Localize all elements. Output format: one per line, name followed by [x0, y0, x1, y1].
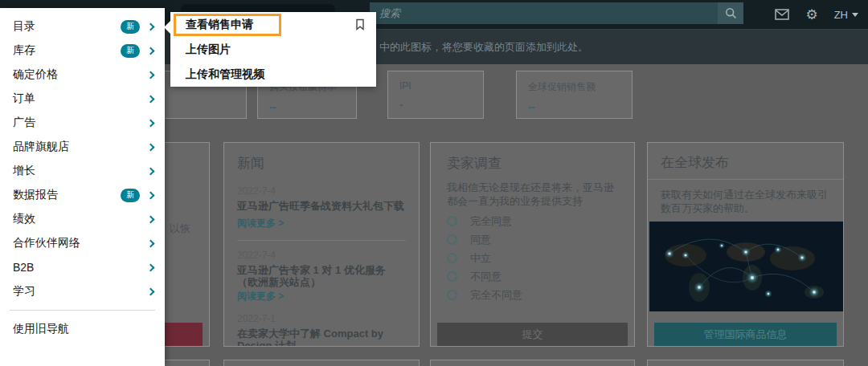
envelope-icon — [775, 9, 789, 20]
radio-label[interactable]: 完全同意 — [470, 214, 512, 229]
sidebar-item-partner-network[interactable]: 合作伙伴网络 — [0, 231, 165, 255]
new-badge: 新 — [121, 44, 140, 58]
messages-button[interactable] — [775, 9, 789, 20]
sidebar-item-label: 增长 — [13, 164, 148, 178]
chevron-right-icon — [147, 71, 155, 79]
settings-button[interactable]: ⚙ — [805, 8, 817, 22]
survey-option: 中立 — [447, 253, 618, 263]
old-navigation-link[interactable]: 使用旧导航 — [0, 311, 165, 348]
sidebar-item-catalog[interactable]: 目录 新 — [0, 14, 165, 39]
global-selling-title: 在全球发布 — [661, 153, 830, 172]
read-more-link[interactable]: 阅读更多 > — [237, 217, 284, 230]
kpi-label: 全球促销销售额 — [528, 80, 620, 94]
account-text-fragment: 以恢 — [170, 222, 190, 236]
chevron-right-icon — [147, 167, 155, 175]
sidebar-item-label: 广告 — [13, 116, 148, 130]
search-input[interactable] — [370, 2, 718, 24]
submenu-item-label: 查看销售申请 — [186, 18, 253, 32]
sidebar-item-stores[interactable]: 品牌旗舰店 — [0, 135, 165, 159]
main-menu-panel: 目录 新 库存 新 确定价格 订单 广告 品牌旗舰店 增长 — [0, 8, 165, 366]
kpi-card-global-promo-sales[interactable]: 全球促销销售额 -- — [516, 71, 633, 119]
news-card-title: 新闻 — [237, 154, 406, 173]
radio-label[interactable]: 同意 — [470, 233, 491, 247]
new-badge: 新 — [121, 20, 140, 34]
survey-option: 完全不同意 — [447, 290, 618, 300]
chevron-right-icon — [147, 215, 155, 223]
submenu-item-upload-images[interactable]: 上传图片 — [170, 37, 376, 62]
chevron-right-icon — [147, 119, 155, 127]
sidebar-item-label: 合作伙伴网络 — [13, 236, 148, 250]
sidebar-item-learning[interactable]: 学习 — [0, 279, 165, 303]
kpi-label: IPI — [399, 80, 472, 92]
sidebar-item-label: B2B — [13, 261, 148, 274]
seller-central-home: ⚙ ZH 中的此图标，将您要收藏的页面添加到此处。 购买按钮赢得率 -- IPI… — [0, 0, 868, 366]
kpi-value: -- — [269, 101, 345, 113]
sidebar-item-b2b[interactable]: B2B — [0, 255, 165, 279]
bookmark-banner-text: 中的此图标，将您要收藏的页面添加到此处。 — [379, 40, 588, 55]
radio-button[interactable] — [447, 290, 457, 300]
news-date: 2022-7-4 — [237, 185, 406, 197]
submit-button[interactable]: 提交 — [437, 323, 628, 346]
catalog-submenu-panel: 查看销售申请 上传图片 上传和管理视频 — [170, 12, 376, 87]
sidebar-item-advertising[interactable]: 广告 — [0, 111, 165, 135]
seller-survey-card: 卖家调查 我相信无论是现在还是将来，亚马逊都会一直为我的业务提供支持 完全同意 … — [430, 142, 635, 347]
radio-button[interactable] — [447, 253, 457, 263]
search-button[interactable] — [718, 2, 743, 24]
search-box — [370, 2, 718, 24]
submenu-item-label: 上传和管理视频 — [186, 67, 264, 82]
survey-option: 完全同意 — [447, 216, 618, 226]
sidebar-item-growth[interactable]: 增长 — [0, 159, 165, 183]
language-label: ZH — [834, 9, 848, 21]
radio-button[interactable] — [447, 271, 457, 282]
world-map-image — [649, 222, 843, 311]
submenu-item-view-selling-applications[interactable]: 查看销售申请 — [170, 12, 376, 37]
radio-label[interactable]: 不同意 — [470, 270, 502, 284]
sidebar-item-label: 库存 — [13, 43, 121, 58]
search-icon — [725, 7, 737, 19]
chevron-right-icon — [147, 263, 155, 271]
news-item-title: 在卖家大学中了解 Compact by Design 计划 — [237, 327, 406, 347]
chevron-right-icon — [147, 287, 155, 295]
sidebar-item-label: 目录 — [13, 19, 121, 34]
submenu-item-label: 上传图片 — [186, 43, 231, 57]
chevron-down-icon — [852, 13, 858, 17]
bookmark-icon[interactable] — [355, 18, 365, 31]
global-selling-card: 在全球发布 获取有关如何通过在全球发布来吸引数百万买家的帮助。 — [647, 142, 844, 347]
kpi-card-ipi[interactable]: IPI - — [387, 71, 484, 119]
news-date: 2022-7-1 — [237, 313, 406, 324]
sidebar-item-label: 确定价格 — [13, 67, 148, 82]
survey-option: 同意 — [447, 234, 618, 245]
sidebar-item-orders[interactable]: 订单 — [0, 87, 165, 111]
sidebar-item-label: 订单 — [13, 92, 148, 106]
sidebar-item-label: 数据报告 — [13, 188, 121, 202]
news-item: 2022-7-1 在卖家大学中了解 Compact by Design 计划 阅… — [237, 313, 406, 347]
sidebar-item-label: 品牌旗舰店 — [13, 140, 148, 154]
radio-label[interactable]: 完全不同意 — [470, 288, 522, 303]
sidebar-item-pricing[interactable]: 确定价格 — [0, 63, 165, 87]
kpi-value: - — [399, 99, 472, 111]
global-selling-description: 获取有关如何通过在全球发布来吸引数百万买家的帮助。 — [648, 180, 843, 222]
news-item: 2022-7-4 亚马逊广告旺季备战资料大礼包下载 阅读更多 > — [237, 185, 406, 230]
chevron-right-icon — [147, 22, 155, 31]
submenu-item-upload-manage-videos[interactable]: 上传和管理视频 — [170, 62, 376, 87]
news-card: 新闻 2022-7-4 亚马逊广告旺季备战资料大礼包下载 阅读更多 > 2022… — [223, 142, 420, 347]
sidebar-item-performance[interactable]: 绩效 — [0, 207, 165, 231]
news-date: 2022-7-4 — [237, 250, 406, 261]
sidebar-item-label: 学习 — [13, 284, 148, 299]
sidebar-item-inventory[interactable]: 库存 新 — [0, 39, 165, 63]
language-selector[interactable]: ZH — [834, 9, 858, 21]
news-item-title: 亚马逊广告旺季备战资料大礼包下载 — [237, 200, 406, 212]
kpi-value: -- — [528, 101, 620, 113]
manage-international-listings-button[interactable]: 管理国际商品信息 — [654, 323, 837, 346]
news-item-title: 亚马逊广告专家 1 对 1 优化服务（欧洲新兴站点） — [237, 264, 406, 288]
survey-question: 我相信无论是现在还是将来，亚马逊都会一直为我的业务提供支持 — [447, 181, 618, 208]
sidebar-item-reports[interactable]: 数据报告 新 — [0, 183, 165, 207]
chevron-right-icon — [147, 191, 155, 199]
gear-icon: ⚙ — [805, 8, 817, 22]
survey-title: 卖家调查 — [447, 154, 618, 173]
read-more-link[interactable]: 阅读更多 > — [237, 290, 284, 303]
radio-button[interactable] — [447, 234, 457, 245]
card-stub — [430, 360, 635, 366]
radio-label[interactable]: 中立 — [470, 251, 491, 266]
radio-button[interactable] — [447, 216, 457, 226]
